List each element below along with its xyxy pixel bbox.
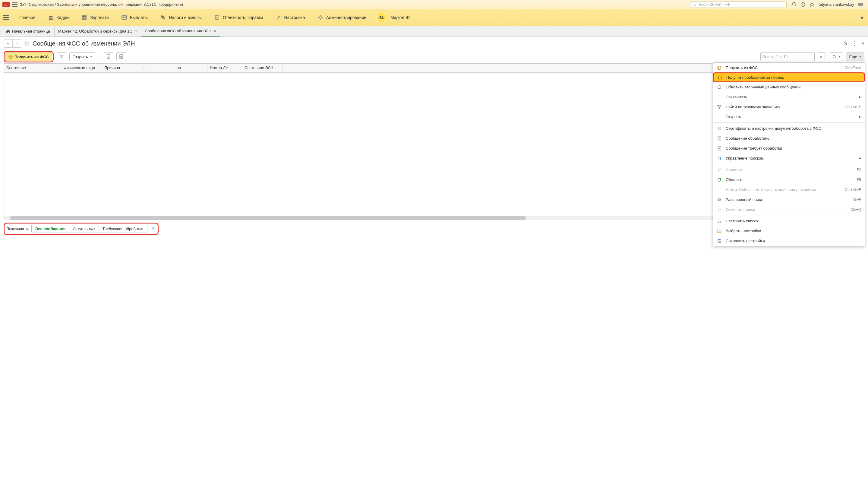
close-icon[interactable]: × xyxy=(214,29,216,33)
svg-point-34 xyxy=(719,127,720,129)
menu-admin[interactable]: Администрирование xyxy=(312,12,372,23)
home-tab[interactable]: Начальная страница xyxy=(2,26,54,36)
user-label[interactable]: tatyana.starikovskay xyxy=(818,2,854,7)
ctx-configure-list[interactable]: Настроить список... xyxy=(713,216,865,226)
ctx-get-from-fss[interactable]: Получить из ФСС Ctrl+Enter xyxy=(713,63,865,73)
more-button[interactable]: Еще ▾ xyxy=(846,52,864,61)
ctx-find-current[interactable]: Найти по текущему значению Ctrl+Alt+F xyxy=(713,102,865,112)
pencil-icon xyxy=(716,167,722,173)
svg-line-41 xyxy=(720,200,722,202)
signal-icon: (⋅) xyxy=(717,75,723,80)
mark-needs-processing-button[interactable] xyxy=(117,52,126,61)
svg-line-45 xyxy=(720,210,722,211)
svg-point-38 xyxy=(718,157,720,159)
ctx-search-manage[interactable]: Управление поиском ▶ xyxy=(713,153,865,163)
ctx-open-submenu[interactable]: Открыть ▶ xyxy=(713,112,865,122)
separator xyxy=(713,122,865,123)
highlight-get-fss: Получить из ФСС xyxy=(4,51,54,63)
titlebar: 1C ЗУП Стариковская / Зарплата и управле… xyxy=(0,0,868,9)
svg-rect-9 xyxy=(83,16,86,17)
column-from[interactable]: с xyxy=(141,64,174,72)
filter-button[interactable] xyxy=(57,52,66,61)
search-run-button[interactable]: ▾ xyxy=(830,52,843,61)
svg-point-6 xyxy=(49,16,51,17)
column-reason[interactable]: Причина xyxy=(102,64,141,72)
ctx-save-settings[interactable]: Сохранить настройки... xyxy=(713,236,865,237)
history-icon[interactable] xyxy=(800,2,805,7)
svg-point-50 xyxy=(720,221,721,223)
ctx-refresh[interactable]: Обновить F5 xyxy=(713,175,865,185)
search-icon xyxy=(832,55,836,59)
app-menu-icon[interactable] xyxy=(12,2,17,7)
nav-forward-button[interactable]: → xyxy=(12,39,21,47)
open-button[interactable]: Открыть ▾ xyxy=(69,52,95,61)
link-icon[interactable] xyxy=(843,41,848,46)
home-icon xyxy=(6,29,10,33)
ctx-choose-settings[interactable]: Выбрать настройки... xyxy=(713,226,865,236)
close-icon[interactable]: × xyxy=(135,29,137,34)
segment-actual[interactable]: Актуальные xyxy=(69,225,98,233)
refresh-icon xyxy=(716,84,722,90)
ctx-message-processed[interactable]: Сообщение обработано xyxy=(713,133,865,143)
more-vertical-icon[interactable]: ⋮ xyxy=(852,40,857,47)
ctx-edit: Изменить F2 xyxy=(713,165,865,175)
menu-salary[interactable]: Зарплата xyxy=(76,12,114,23)
svg-point-28 xyxy=(120,56,122,57)
list-search-input[interactable]: Поиск (Ctrl+F) xyxy=(760,52,815,61)
main-menu: Главное Кадры Зарплата Выплаты % Налоги … xyxy=(0,9,868,26)
menu-settings[interactable]: Настройка xyxy=(270,12,311,23)
favorite-star-icon[interactable] xyxy=(24,41,30,46)
global-search-input[interactable]: Поиск Ctrl+Shift+F xyxy=(690,1,786,8)
column-ln-number[interactable]: Номер ЛН xyxy=(208,64,242,72)
svg-line-30 xyxy=(835,57,836,58)
market-badge[interactable]: 42 xyxy=(376,13,386,22)
notifications-icon[interactable] xyxy=(792,2,796,7)
page-title: Сообщения ФСС об изменении ЭЛН xyxy=(33,40,135,47)
column-state[interactable]: Состояние xyxy=(4,64,61,72)
doc-check-icon xyxy=(716,136,722,141)
ctx-advanced-search[interactable]: Расширенный поиск Alt+F xyxy=(713,194,865,205)
search-icon xyxy=(716,156,722,161)
doc-alert-icon xyxy=(119,54,123,59)
filter-icon xyxy=(716,104,722,110)
column-eln-state[interactable]: Состояние ЭЛН ... xyxy=(242,64,283,72)
menu-taxes[interactable]: % Налоги и взносы xyxy=(155,12,207,23)
segment-need-processing[interactable]: Требующие обработки xyxy=(99,225,147,233)
folder-gear-icon xyxy=(716,228,722,234)
doc-check-icon xyxy=(106,54,111,59)
menu-reports[interactable]: Отчетность, справки xyxy=(209,12,269,23)
tab-fss-messages[interactable]: Сообщения ФСС об изменении ЭЛН × xyxy=(141,26,220,36)
svg-point-0 xyxy=(693,3,695,5)
ctx-get-messages-period[interactable]: (⋅) Получить сообщения за период xyxy=(713,72,865,82)
close-page-icon[interactable]: × xyxy=(861,40,864,47)
sections-menu-icon[interactable] xyxy=(3,15,9,20)
ctx-find-disabled: Найти: Сейчас нет текущего значения для … xyxy=(713,185,865,194)
search-clear-button[interactable]: × xyxy=(818,52,825,61)
star-icon[interactable] xyxy=(810,2,814,7)
svg-point-22 xyxy=(320,17,321,18)
menu-personnel[interactable]: Кадры xyxy=(43,12,75,23)
nav-back-button[interactable]: ← xyxy=(4,39,12,47)
menu-main[interactable]: Главное xyxy=(14,13,41,22)
mark-processed-button[interactable] xyxy=(104,52,113,61)
menu-market[interactable]: Маркет 42 xyxy=(388,13,416,22)
ctx-cancel-search: Отменить поиск Ctrl+Q xyxy=(713,205,865,215)
wrench-icon xyxy=(276,15,281,20)
svg-line-1 xyxy=(695,5,696,6)
tab-market[interactable]: Маркет 42. Обработки и сервисы для 1С × xyxy=(54,26,141,36)
ctx-certificates[interactable]: Сертификаты и настройки документооборота… xyxy=(713,123,865,133)
ctx-show-submenu[interactable]: Показывать ▶ xyxy=(713,92,865,102)
get-from-fss-button[interactable]: Получить из ФСС xyxy=(5,52,52,61)
help-icon[interactable]: ? xyxy=(150,226,156,231)
menu-payments[interactable]: Выплаты xyxy=(116,12,153,23)
segment-all[interactable]: Все сообщения xyxy=(32,225,69,233)
column-person[interactable]: Физическое лицо xyxy=(61,64,102,72)
column-to[interactable]: по xyxy=(174,64,208,72)
page-header: ← → Сообщения ФСС об изменении ЭЛН ⋮ × xyxy=(0,37,868,50)
menu-more-icon[interactable]: ▸ xyxy=(860,14,865,21)
logo-1c: 1C xyxy=(2,2,10,7)
svg-point-37 xyxy=(719,148,720,149)
ctx-message-needs-processing[interactable]: Сообщение требует обработки xyxy=(713,143,865,153)
ctx-refresh-secondary[interactable]: Обновить вторичные данные сообщений xyxy=(713,82,865,92)
window-controls-icon[interactable] xyxy=(858,2,863,7)
